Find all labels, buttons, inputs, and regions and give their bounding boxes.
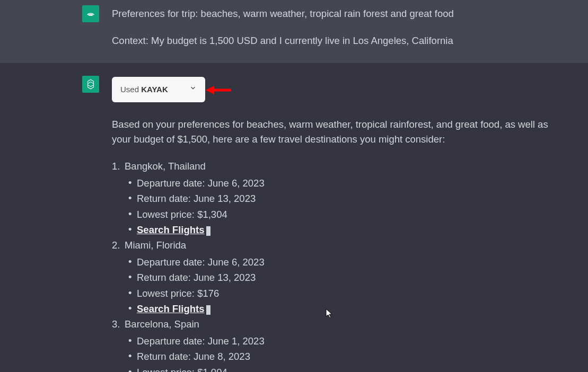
user-context-text: Context: My budget is 1,500 USD and I cu… xyxy=(112,33,556,49)
return-date: Return date: June 13, 2023 xyxy=(137,270,556,286)
lowest-price: Lowest price: $1,004 xyxy=(137,365,556,372)
plugin-pill-label: Used KAYAK xyxy=(120,83,168,95)
destination-item: Miami, Florida Departure date: June 6, 2… xyxy=(112,238,556,317)
assistant-message: Used KAYAK Based on your preferences for… xyxy=(0,63,588,372)
departure-date: Departure date: June 6, 2023 xyxy=(137,254,556,270)
search-flights-row: Search Flights xyxy=(137,301,556,317)
return-date: Return date: June 8, 2023 xyxy=(137,349,556,365)
plugin-used-pill[interactable]: Used KAYAK xyxy=(112,77,205,102)
search-flights-link[interactable]: Search Flights xyxy=(137,224,204,235)
chevron-down-icon xyxy=(189,84,197,95)
lowest-price: Lowest price: $176 xyxy=(137,286,556,302)
departure-date: Departure date: June 6, 2023 xyxy=(137,175,556,191)
user-avatar xyxy=(82,5,99,22)
assistant-intro-text: Based on your preferences for beaches, w… xyxy=(112,117,556,147)
assistant-avatar xyxy=(82,76,99,93)
user-preferences-text: Preferences for trip: beaches, warm weat… xyxy=(112,6,556,22)
destination-name: Miami, Florida xyxy=(125,240,186,251)
lowest-price: Lowest price: $1,304 xyxy=(137,207,556,223)
destination-name: Bangkok, Thailand xyxy=(125,161,206,172)
user-message: Preferences for trip: beaches, warm weat… xyxy=(0,0,588,63)
search-flights-row: Search Flights xyxy=(137,222,556,238)
stream-cursor-icon xyxy=(206,226,210,236)
return-date: Return date: June 13, 2023 xyxy=(137,191,556,207)
svg-point-0 xyxy=(89,14,93,16)
destination-name: Barcelona, Spain xyxy=(125,318,199,330)
departure-date: Departure date: June 1, 2023 xyxy=(137,333,556,349)
destination-item: Bangkok, Thailand Departure date: June 6… xyxy=(112,159,556,238)
destination-item: Barcelona, Spain Departure date: June 1,… xyxy=(112,317,556,372)
stream-cursor-icon xyxy=(206,305,210,315)
search-flights-link[interactable]: Search Flights xyxy=(137,303,204,314)
destination-list: Bangkok, Thailand Departure date: June 6… xyxy=(112,159,556,372)
